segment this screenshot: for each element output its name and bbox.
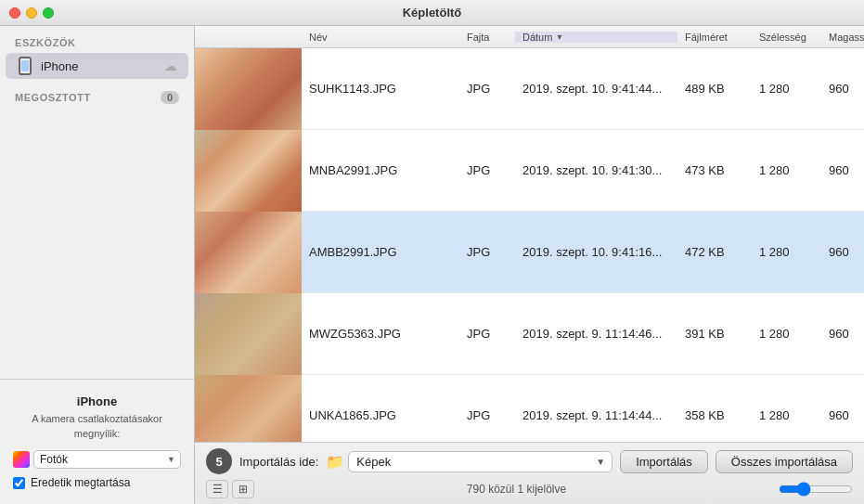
grid-view-button[interactable]: ⊞ xyxy=(232,480,254,498)
sidebar-bottom-panel: iPhone A kamera csatlakoztatásakormegnyí… xyxy=(0,379,194,504)
import-label: Importálás ide: xyxy=(239,455,318,469)
import-button[interactable]: Importálás xyxy=(620,450,708,473)
app-select[interactable]: Fotók xyxy=(33,450,181,469)
sidebar: ESZKÖZÖK iPhone ☁ MEGOSZTOTT 0 iPhone A … xyxy=(0,26,195,504)
th-type[interactable]: Fajta xyxy=(459,32,515,43)
zoom-slider[interactable] xyxy=(779,482,853,497)
import-dest-wrapper: 📁 Képek ▼ xyxy=(326,451,613,472)
row-thumbnail xyxy=(195,212,302,293)
shared-section-label: MEGOSZTOTT xyxy=(15,92,155,103)
titlebar: Képletöltő xyxy=(0,0,864,26)
row-date-4: 2019. szept. 9. 11:14:46... xyxy=(515,327,677,341)
thumbnail-image-4 xyxy=(195,293,302,375)
destination-select[interactable]: Képek xyxy=(348,451,613,472)
iphone-device-icon xyxy=(17,58,33,74)
row-height-5: 960 xyxy=(821,408,864,422)
th-width[interactable]: Szélesség xyxy=(752,32,821,43)
row-width-1: 1 280 xyxy=(752,82,821,96)
content-area: Név Fajta Dátum ▼ Fájlméret Szélesség Ma… xyxy=(195,26,864,504)
app-select-wrapper: Fotók ▼ xyxy=(33,450,181,469)
row-thumbnail xyxy=(195,293,302,375)
sidebar-device-desc: A kamera csatlakoztatásakormegnyílik: xyxy=(13,412,181,441)
th-size[interactable]: Fájlméret xyxy=(677,32,752,43)
row-filesize-2: 473 KB xyxy=(677,163,752,177)
table-header: Név Fajta Dátum ▼ Fájlméret Szélesség Ma… xyxy=(195,26,864,48)
zoom-slider-wrapper xyxy=(779,482,853,497)
th-height[interactable]: Magasság xyxy=(821,32,864,43)
status-text: 790 közül 1 kijelölve xyxy=(262,483,771,496)
row-filename-2: MNBA2991.JPG xyxy=(302,163,459,177)
row-width-3: 1 280 xyxy=(752,245,821,259)
import-count-badge: 5 xyxy=(206,448,232,474)
row-filetype-3: JPG xyxy=(459,245,515,259)
date-sort-icon: ▼ xyxy=(555,32,563,42)
row-height-2: 960 xyxy=(821,163,864,177)
import-all-button[interactable]: Összes importálása xyxy=(716,450,853,473)
list-view-button[interactable]: ☰ xyxy=(206,480,228,498)
table-row[interactable]: SUHK1143.JPG JPG 2019. szept. 10. 9:41:4… xyxy=(195,48,864,130)
sidebar-device-name: iPhone xyxy=(13,394,181,408)
sidebar-item-iphone[interactable]: iPhone ☁ xyxy=(6,53,188,79)
table-body: SUHK1143.JPG JPG 2019. szept. 10. 9:41:4… xyxy=(195,48,864,442)
thumbnail-image-2 xyxy=(195,130,302,212)
row-filesize-1: 489 KB xyxy=(677,82,752,96)
app-select-row: Fotók ▼ xyxy=(13,450,181,469)
main-container: ESZKÖZÖK iPhone ☁ MEGOSZTOTT 0 iPhone A … xyxy=(0,26,864,504)
th-date[interactable]: Dátum ▼ xyxy=(515,32,677,43)
table-row[interactable]: MNBA2991.JPG JPG 2019. szept. 10. 9:41:3… xyxy=(195,130,864,212)
folder-icon: 📁 xyxy=(326,453,344,471)
row-filetype-1: JPG xyxy=(459,82,515,96)
row-filename-5: UNKA1865.JPG xyxy=(302,408,459,422)
row-thumbnail-partial xyxy=(195,430,302,443)
row-filename-3: AMBB2991.JPG xyxy=(302,245,459,259)
table-row[interactable]: MWZG5363.JPG JPG 2019. szept. 9. 11:14:4… xyxy=(195,293,864,375)
thumbnail-image-1 xyxy=(195,48,302,130)
view-icons: ☰ ⊞ xyxy=(206,480,254,498)
shared-badge: 0 xyxy=(161,91,179,104)
table-row[interactable]: AMBB2991.JPG JPG 2019. szept. 10. 9:41:1… xyxy=(195,212,864,293)
shared-section: MEGOSZTOTT 0 xyxy=(0,80,194,108)
maximize-button[interactable] xyxy=(43,7,54,19)
row-height-4: 960 xyxy=(821,327,864,341)
close-button[interactable] xyxy=(9,7,20,19)
row-filename-1: SUHK1143.JPG xyxy=(302,82,459,96)
devices-section-label: ESZKÖZÖK xyxy=(0,26,194,52)
row-thumbnail xyxy=(195,130,302,212)
th-name[interactable]: Név xyxy=(302,32,459,43)
row-thumbnail xyxy=(195,48,302,130)
row-filename-4: MWZG5363.JPG xyxy=(302,327,459,341)
row-width-2: 1 280 xyxy=(752,163,821,177)
bottom-bar-top: 5 Importálás ide: 📁 Képek ▼ Importálás Ö… xyxy=(206,448,853,474)
keep-originals-row: Eredetik megtartása xyxy=(13,476,181,489)
traffic-lights xyxy=(9,7,54,19)
bottom-bar-bottom: ☰ ⊞ 790 közül 1 kijelölve xyxy=(206,480,853,498)
row-filesize-3: 472 KB xyxy=(677,245,752,259)
keep-originals-label: Eredetik megtartása xyxy=(31,476,130,489)
row-date-1: 2019. szept. 10. 9:41:44... xyxy=(515,82,677,96)
minimize-button[interactable] xyxy=(26,7,37,19)
row-filetype-2: JPG xyxy=(459,163,515,177)
row-width-5: 1 280 xyxy=(752,408,821,422)
bottom-bar: 5 Importálás ide: 📁 Képek ▼ Importálás Ö… xyxy=(195,442,864,504)
row-height-3: 960 xyxy=(821,245,864,259)
window-title: Képletöltő xyxy=(403,6,462,19)
row-filetype-4: JPG xyxy=(459,327,515,341)
cloud-icon: ☁ xyxy=(164,58,177,73)
row-date-2: 2019. szept. 10. 9:41:30... xyxy=(515,163,677,177)
row-date-5: 2019. szept. 9. 11:14:44... xyxy=(515,408,677,422)
dest-select-wrapper: Képek ▼ xyxy=(348,451,613,472)
row-height-1: 960 xyxy=(821,82,864,96)
thumbnail-image-3 xyxy=(195,212,302,293)
row-filesize-5: 358 KB xyxy=(677,408,752,422)
keep-originals-checkbox[interactable] xyxy=(13,477,25,489)
sidebar-iphone-label: iPhone xyxy=(41,59,157,73)
row-date-3: 2019. szept. 10. 9:41:16... xyxy=(515,245,677,259)
photos-app-icon xyxy=(13,451,30,468)
row-filesize-4: 391 KB xyxy=(677,327,752,341)
row-filetype-5: JPG xyxy=(459,408,515,422)
row-width-4: 1 280 xyxy=(752,327,821,341)
